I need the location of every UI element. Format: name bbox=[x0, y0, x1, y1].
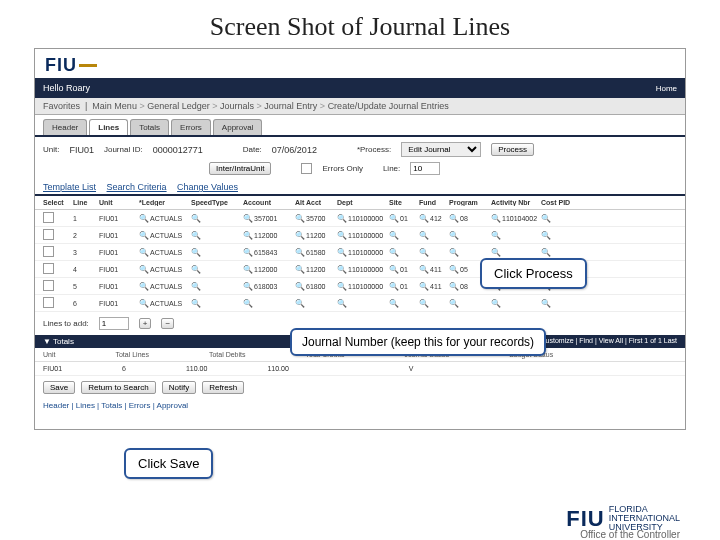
row-checkbox[interactable] bbox=[43, 263, 54, 274]
cell-acct[interactable]: 🔍618003 bbox=[243, 282, 295, 291]
search-link[interactable]: Search Criteria bbox=[107, 182, 167, 192]
bc-journals[interactable]: Journals bbox=[220, 101, 254, 111]
row-checkbox[interactable] bbox=[43, 246, 54, 257]
line-input[interactable] bbox=[410, 162, 440, 175]
cell-alt[interactable]: 🔍11200 bbox=[295, 231, 337, 240]
cell-site[interactable]: 🔍 bbox=[389, 299, 419, 308]
cell-act[interactable]: 🔍 bbox=[491, 299, 541, 308]
interintra-button[interactable]: Inter/IntraUnit bbox=[209, 162, 271, 175]
cell-dept[interactable]: 🔍110100000 bbox=[337, 265, 389, 274]
cell-speed[interactable]: 🔍 bbox=[191, 299, 243, 308]
cell-speed[interactable]: 🔍 bbox=[191, 248, 243, 257]
totals-nav[interactable]: Customize | Find | View All | First 1 of… bbox=[541, 337, 677, 346]
cell-fund[interactable]: 🔍411 bbox=[419, 265, 449, 274]
logo-text: FIU bbox=[45, 55, 77, 76]
row-checkbox[interactable] bbox=[43, 280, 54, 291]
cell-site[interactable]: 🔍01 bbox=[389, 265, 419, 274]
cell-fund[interactable]: 🔍412 bbox=[419, 214, 449, 223]
cell-dept[interactable]: 🔍110100000 bbox=[337, 214, 389, 223]
cell-alt[interactable]: 🔍35700 bbox=[295, 214, 337, 223]
cell-speed[interactable]: 🔍 bbox=[191, 265, 243, 274]
cell-speed[interactable]: 🔍 bbox=[191, 231, 243, 240]
cell-prog[interactable]: 🔍 bbox=[449, 248, 491, 257]
cell-acct[interactable]: 🔍 bbox=[243, 299, 295, 308]
process-select[interactable]: Edit Journal bbox=[401, 142, 481, 157]
form-row-1: Unit: FIU01 Journal ID: 0000012771 Date:… bbox=[35, 137, 685, 162]
cell-acct[interactable]: 🔍615843 bbox=[243, 248, 295, 257]
cell-dept[interactable]: 🔍110100000 bbox=[337, 282, 389, 291]
row-checkbox[interactable] bbox=[43, 297, 54, 308]
cell-ledger: 🔍ACTUALS bbox=[139, 299, 191, 308]
jid-label: Journal ID: bbox=[104, 145, 143, 154]
bc-create[interactable]: Create/Update Journal Entries bbox=[328, 101, 449, 111]
row-checkbox[interactable] bbox=[43, 212, 54, 223]
save-button[interactable]: Save bbox=[43, 381, 75, 394]
bc-gl[interactable]: General Ledger bbox=[147, 101, 210, 111]
tab-header[interactable]: Header bbox=[43, 119, 87, 135]
cell-speed[interactable]: 🔍 bbox=[191, 282, 243, 291]
cell-cost[interactable]: 🔍 bbox=[541, 248, 571, 257]
nav-mainmenu[interactable]: Main Menu bbox=[92, 101, 137, 111]
cell-act[interactable]: 🔍 bbox=[491, 231, 541, 240]
cell-fund[interactable]: 🔍 bbox=[419, 231, 449, 240]
footer-links[interactable]: Header | Lines | Totals | Errors | Appro… bbox=[35, 399, 685, 412]
template-link[interactable]: Template List bbox=[43, 182, 96, 192]
cell-site[interactable]: 🔍01 bbox=[389, 214, 419, 223]
process-button[interactable]: Process bbox=[491, 143, 534, 156]
cell-act[interactable]: 🔍 bbox=[491, 248, 541, 257]
tab-lines[interactable]: Lines bbox=[89, 119, 128, 135]
refresh-button[interactable]: Refresh bbox=[202, 381, 244, 394]
cell-site[interactable]: 🔍 bbox=[389, 248, 419, 257]
cell-act[interactable]: 🔍110104002 bbox=[491, 214, 541, 223]
cell-acct[interactable]: 🔍112000 bbox=[243, 231, 295, 240]
date-label: Date: bbox=[243, 145, 262, 154]
lines-add-input[interactable] bbox=[99, 317, 129, 330]
col-speed: SpeedType bbox=[191, 199, 243, 206]
cell-site[interactable]: 🔍01 bbox=[389, 282, 419, 291]
cell-speed[interactable]: 🔍 bbox=[191, 214, 243, 223]
cell-acct[interactable]: 🔍112000 bbox=[243, 265, 295, 274]
unit-label: Unit: bbox=[43, 145, 59, 154]
cell-unit: FIU01 bbox=[99, 215, 139, 222]
cell-unit: FIU01 bbox=[99, 249, 139, 256]
cell-dept[interactable]: 🔍 bbox=[337, 299, 389, 308]
cell-dept[interactable]: 🔍110100000 bbox=[337, 248, 389, 257]
tab-approval[interactable]: Approval bbox=[213, 119, 263, 135]
action-bar: Save Return to Search Notify Refresh bbox=[35, 376, 685, 399]
tab-totals[interactable]: Totals bbox=[130, 119, 169, 135]
nav-favorites[interactable]: Favorites bbox=[43, 101, 80, 111]
cell-fund[interactable]: 🔍 bbox=[419, 299, 449, 308]
process-label: *Process: bbox=[357, 145, 391, 154]
totals-toggle[interactable]: ▼ Totals bbox=[43, 337, 74, 346]
change-link[interactable]: Change Values bbox=[177, 182, 238, 192]
jid-value: 0000012771 bbox=[153, 145, 203, 155]
cell-prog[interactable]: 🔍 bbox=[449, 299, 491, 308]
cell-cost[interactable]: 🔍 bbox=[541, 231, 571, 240]
errors-checkbox[interactable] bbox=[301, 163, 312, 174]
tab-errors[interactable]: Errors bbox=[171, 119, 211, 135]
bc-entry[interactable]: Journal Entry bbox=[264, 101, 317, 111]
cell-alt[interactable]: 🔍61580 bbox=[295, 248, 337, 257]
cell-site[interactable]: 🔍 bbox=[389, 231, 419, 240]
return-button[interactable]: Return to Search bbox=[81, 381, 155, 394]
table-row: 2FIU01🔍ACTUALS🔍🔍112000🔍11200🔍110100000🔍🔍… bbox=[35, 227, 685, 244]
cell-alt[interactable]: 🔍 bbox=[295, 299, 337, 308]
cell-dept[interactable]: 🔍110100000 bbox=[337, 231, 389, 240]
cell-alt[interactable]: 🔍11200 bbox=[295, 265, 337, 274]
cell-ledger: 🔍ACTUALS bbox=[139, 231, 191, 240]
cell-prog[interactable]: 🔍08 bbox=[449, 214, 491, 223]
cell-cost[interactable]: 🔍 bbox=[541, 214, 571, 223]
t-unit: FIU01 bbox=[43, 365, 62, 372]
cell-prog[interactable]: 🔍 bbox=[449, 231, 491, 240]
cell-cost[interactable]: 🔍 bbox=[541, 299, 571, 308]
line-label: Line: bbox=[383, 164, 400, 173]
remove-line-icon[interactable]: − bbox=[161, 318, 174, 329]
cell-fund[interactable]: 🔍411 bbox=[419, 282, 449, 291]
cell-alt[interactable]: 🔍61800 bbox=[295, 282, 337, 291]
home-link[interactable]: Home bbox=[656, 84, 677, 93]
cell-fund[interactable]: 🔍 bbox=[419, 248, 449, 257]
row-checkbox[interactable] bbox=[43, 229, 54, 240]
add-line-icon[interactable]: + bbox=[139, 318, 152, 329]
notify-button[interactable]: Notify bbox=[162, 381, 196, 394]
cell-acct[interactable]: 🔍357001 bbox=[243, 214, 295, 223]
